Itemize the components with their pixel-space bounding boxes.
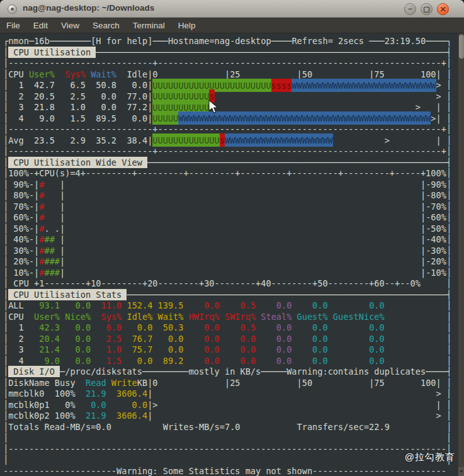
terminal-line: │Totals Read-MB/s=0.0 Writes-MB/s=7.0 Tr… xyxy=(3,422,458,433)
scroll-down-arrow[interactable] xyxy=(458,467,464,476)
terminal-line: │ 70%-|# | |-70%│ xyxy=(3,201,458,213)
terminal-line: │----------------------------+----------… xyxy=(3,58,458,69)
minimize-icon: − xyxy=(405,4,416,14)
terminal-line: │mcblk0p2 100% 21.9 3606.4| > │ xyxy=(3,411,458,422)
terminal-line: │ 3 21.4 0.0 1.0 75.7 0.0 0.0 0.0 0.0 0.… xyxy=(3,344,458,356)
terminal-line: │----------------------------+----------… xyxy=(3,146,458,157)
terminal-line: │ CPU Utilisation Wide View ────────────… xyxy=(3,157,458,169)
terminal-line: │ 50%-|#. .| |-50%│ xyxy=(3,224,458,235)
scrollbar-thumb[interactable] xyxy=(459,35,464,59)
menu-help[interactable]: Help xyxy=(178,21,196,30)
terminal-line: │ 90%-|# | |-90%│ xyxy=(3,179,458,191)
terminal-line: │---------------------------------------… xyxy=(3,444,458,455)
terminal-line: │ 40%-|### | |-40%│ xyxy=(3,234,458,246)
terminal-line: │ 80%-|# | |-80%│ xyxy=(3,190,458,201)
menubar: File Edit View Search Terminal Help xyxy=(0,18,464,33)
mouse-cursor xyxy=(208,99,220,115)
maximize-icon: ▢ xyxy=(421,4,432,14)
terminal-line: │ 2 20.5 2.5 0.0 77.0|UUUUUUUUUUUs > │ xyxy=(3,91,458,103)
terminal-line: │ 4 9.0 1.5 89.5 0.0|UUUUUWWWWWWWWWWWWWW… xyxy=(3,113,458,125)
terminal-line: │DiskName Busy Read WriteKB|0 |25 |50 |7… xyxy=(3,378,458,389)
terminal-line: │ 60%-|# | |-60%│ xyxy=(3,212,458,224)
terminal-line: │ 1 42.3 0.0 6.0 0.0 50.3 0.0 0.5 0.0 0.… xyxy=(3,322,458,334)
terminal-line: │Avg 23.5 2.9 35.2 38.4|UUUUUUUUUUUUUsWW… xyxy=(3,135,458,147)
close-button[interactable]: ✕ xyxy=(437,3,449,15)
nmon-output: ┌nmon─16b────────[H for help]───Hostname… xyxy=(3,36,458,476)
terminal-line: │ Disk I/O ─/proc/diskstats─────────most… xyxy=(3,366,458,378)
terminal-line: │ 4 9.0 0.0 1.5 0.0 89.2 0.0 0.0 0.0 0.0… xyxy=(3,356,458,367)
terminal-line: │ CPU Utilisation ──────────────────────… xyxy=(3,47,458,59)
terminal-line: ----------------------Warning: Some Stat… xyxy=(3,466,458,476)
terminal-line: │ 20%-|####| |-20%│ xyxy=(3,256,458,268)
menu-terminal[interactable]: Terminal xyxy=(133,21,165,30)
terminal-line: │ │ xyxy=(3,433,458,444)
window-menu-icon[interactable] xyxy=(8,4,17,14)
terminal-line: │ 2 20.4 0.0 2.5 76.7 0.0 0.0 0.0 0.0 0.… xyxy=(3,334,458,345)
terminal-line: │ 10%-|####| |-10%│ xyxy=(3,268,458,279)
terminal-line: │ 30%-|### | |-30%│ xyxy=(3,246,458,257)
terminal-line: │ CPU Utilisation Stats ────────────────… xyxy=(3,290,458,301)
terminal-window: nag@nag-desktop: ~/Downloads − ▢ ✕ File … xyxy=(0,0,464,476)
terminal-line: │100%-+CPU(s)=4+---------+---------+----… xyxy=(3,168,458,179)
minimize-button[interactable]: − xyxy=(404,3,416,15)
terminal-line: │ALL 93.1 0.0 11.0 152.4 139.5 0.0 0.5 0… xyxy=(3,300,458,312)
window-title: nag@nag-desktop: ~/Downloads xyxy=(23,3,154,13)
menu-edit[interactable]: Edit xyxy=(33,21,48,30)
menu-view[interactable]: View xyxy=(61,21,79,30)
terminal-line: ┌nmon─16b────────[H for help]───Hostname… xyxy=(3,36,458,47)
close-icon: ✕ xyxy=(438,4,448,14)
menu-file[interactable]: File xyxy=(6,21,20,30)
terminal-screen[interactable]: ┌nmon─16b────────[H for help]───Hostname… xyxy=(0,33,458,476)
terminal-line: │ CPU +1--------+10--------+20--------+3… xyxy=(3,278,458,290)
terminal-line: │ │ xyxy=(3,455,458,466)
titlebar[interactable]: nag@nag-desktop: ~/Downloads − ▢ ✕ xyxy=(0,0,464,18)
menu-search[interactable]: Search xyxy=(93,21,120,30)
terminal-line: │ 1 42.7 6.5 50.8 0.0|UUUUUUUUUUUUUUUUUU… xyxy=(3,80,458,91)
terminal-line: │mcblk0p1 0% 0.0 0.0|> | │ xyxy=(3,400,458,411)
watermark: @拉勾教育 xyxy=(405,451,455,463)
maximize-button[interactable]: ▢ xyxy=(421,3,433,15)
scrollbar[interactable] xyxy=(458,33,464,476)
terminal-line: │mmcblk0 100% 21.9 3606.4| > │ xyxy=(3,388,458,400)
terminal-line: │CPU User% Nice% Sys% Idle% Wait% HWIrq%… xyxy=(3,312,458,323)
